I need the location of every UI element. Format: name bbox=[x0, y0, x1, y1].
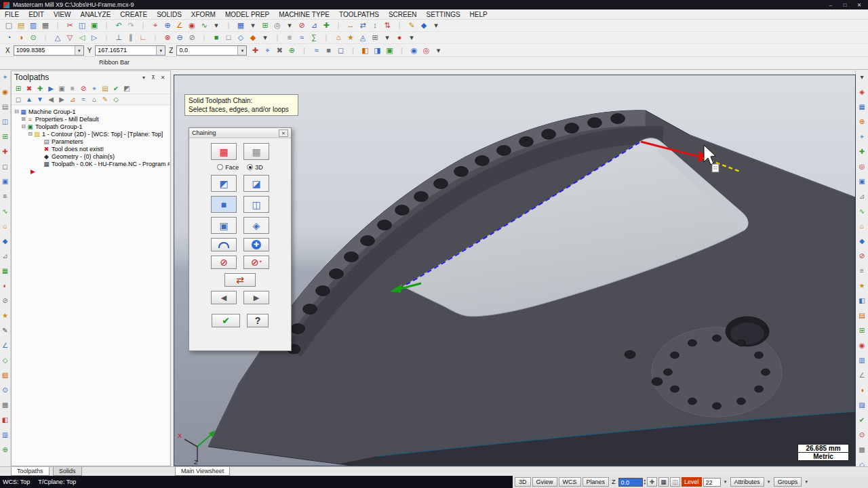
toolbar-icon[interactable]: ▢ bbox=[3, 20, 15, 31]
toolbar-icon[interactable]: | bbox=[149, 32, 161, 43]
toolbar-icon[interactable]: ⇅ bbox=[381, 20, 393, 31]
toolbar-icon[interactable]: ▷ bbox=[88, 32, 100, 43]
toolbar-icon[interactable]: ▾ bbox=[381, 32, 393, 43]
tool-icon[interactable]: ◻ bbox=[2, 159, 7, 174]
tree-item[interactable]: ▶ bbox=[12, 167, 170, 175]
face-radio[interactable]: Face bbox=[217, 164, 239, 171]
toolbar-icon[interactable]: | bbox=[100, 32, 113, 43]
toolbar-icon[interactable]: ◆ bbox=[418, 20, 430, 31]
toolbar-icon[interactable]: ▥ bbox=[27, 20, 39, 31]
toolbar-icon[interactable]: | bbox=[320, 32, 332, 43]
tool-icon[interactable]: ▣ bbox=[2, 174, 8, 189]
toolbar-icon[interactable]: ✖ bbox=[273, 45, 285, 56]
toolbar-icon[interactable]: ★ bbox=[344, 32, 357, 43]
menu-item[interactable]: EDIT bbox=[24, 9, 49, 20]
tool-icon[interactable]: ▧ bbox=[2, 368, 8, 383]
reverse-direction-button[interactable]: ⇄ bbox=[224, 273, 256, 287]
toolbar-icon[interactable]: △ bbox=[52, 32, 64, 43]
toolbar-icon[interactable]: ▽ bbox=[64, 32, 76, 43]
toolbar-icon[interactable]: ⌖ bbox=[149, 20, 161, 31]
toolbar-icon[interactable]: | bbox=[395, 45, 408, 56]
tool-icon[interactable]: ◎ bbox=[859, 159, 865, 174]
tool-icon[interactable]: ▩ bbox=[859, 443, 865, 458]
toolbar-icon[interactable]: ● bbox=[393, 32, 406, 43]
tree-item[interactable]: ◆ Geometry - (0) chain(s) bbox=[12, 152, 170, 160]
close-button[interactable]: ✕ bbox=[854, 2, 865, 8]
toolbar-icon[interactable]: ↔ bbox=[344, 20, 357, 31]
tool-icon[interactable]: ⊘ bbox=[2, 293, 7, 308]
panel-toolbar-icon[interactable]: ▶ bbox=[56, 94, 67, 105]
status-icon-button-2[interactable]: ▦ bbox=[658, 477, 669, 487]
tool-icon[interactable]: ⊕ bbox=[859, 115, 865, 129]
tool-icon[interactable]: ⌖ bbox=[3, 70, 7, 85]
tool-icon[interactable]: ⊞ bbox=[2, 129, 7, 144]
menu-item[interactable]: CREATE bbox=[115, 9, 152, 20]
groups-button[interactable]: Groups bbox=[774, 477, 802, 487]
tab-main-viewsheet[interactable]: Main Viewsheet bbox=[175, 467, 230, 476]
panel-toolbar-icon[interactable]: ◀ bbox=[45, 94, 56, 105]
chevron-down-icon[interactable]: ▾ bbox=[722, 479, 729, 485]
solid-select-button[interactable]: ◩ bbox=[211, 175, 237, 192]
solid-select-button[interactable]: ◫ bbox=[243, 196, 269, 213]
panel-toolbar-icon[interactable]: ≈ bbox=[78, 94, 89, 105]
tool-icon[interactable]: ▤ bbox=[859, 308, 865, 323]
tool-icon[interactable]: ⊿ bbox=[2, 249, 7, 264]
tangent-faces-button[interactable] bbox=[211, 238, 237, 251]
panel-toolbar-icon[interactable]: ⌖ bbox=[89, 83, 100, 94]
toolbar-icon[interactable]: | bbox=[100, 20, 113, 31]
tool-icon[interactable]: ▥ bbox=[2, 428, 8, 443]
ok-button[interactable]: ✔ bbox=[212, 314, 240, 327]
toolbar-icon[interactable]: ≈ bbox=[310, 45, 322, 56]
panel-toolbar-icon[interactable]: ≡ bbox=[67, 83, 78, 94]
panel-toolbar-icon[interactable]: ▲ bbox=[24, 94, 35, 105]
toolbar-icon[interactable]: ⌂ bbox=[332, 32, 344, 43]
tool-icon[interactable]: ✔ bbox=[859, 413, 865, 428]
toolbar-icon[interactable]: ◁ bbox=[76, 32, 88, 43]
chaining-dialog-titlebar[interactable]: Chaining ✕ bbox=[189, 128, 291, 138]
toolbar-icon[interactable]: ◫ bbox=[76, 20, 88, 31]
tool-icon[interactable]: ⌂ bbox=[860, 219, 864, 234]
tool-icon[interactable]: ∿ bbox=[2, 204, 7, 219]
tool-icon[interactable]: ▣ bbox=[859, 174, 865, 189]
toolbar-icon[interactable]: ✚ bbox=[249, 45, 261, 56]
previous-chain-button[interactable]: ◀ bbox=[211, 291, 237, 304]
chain-mode-solid-button[interactable]: ▦ bbox=[211, 143, 237, 160]
tree-expander-icon[interactable]: ⊟ bbox=[14, 108, 20, 115]
toolbar-icon[interactable]: ∑ bbox=[308, 32, 320, 43]
tool-icon[interactable]: ⊙ bbox=[859, 428, 865, 443]
toolbar-icon[interactable]: ◇ bbox=[235, 32, 247, 43]
toolbar-icon[interactable]: | bbox=[271, 32, 283, 43]
toolbar-icon[interactable]: ≈ bbox=[296, 32, 308, 43]
panel-toolbar-icon[interactable]: ▼ bbox=[35, 94, 45, 105]
spinner-down-icon[interactable]: ▾ bbox=[644, 482, 646, 485]
menu-item[interactable]: TOOLPATHS bbox=[334, 9, 384, 20]
toolbar-icon[interactable]: ∿ bbox=[198, 20, 210, 31]
attributes-button[interactable]: Attributes bbox=[730, 477, 764, 487]
toolbar-icon[interactable]: ⊘ bbox=[296, 20, 308, 31]
panel-close-button[interactable]: ✕ bbox=[158, 75, 167, 81]
chain-mode-cplane-button[interactable]: ▦ bbox=[243, 143, 269, 160]
tool-icon[interactable]: ◉ bbox=[2, 85, 8, 100]
tool-icon[interactable]: ✚ bbox=[859, 144, 865, 159]
help-button[interactable]: ? bbox=[247, 314, 269, 327]
toolbar-icon[interactable]: ◧ bbox=[359, 45, 371, 56]
level-value-combo[interactable]: 22 bbox=[703, 478, 721, 487]
tree-item[interactable]: ⊞ ≡ Properties - Mill Default bbox=[12, 115, 170, 123]
toolbar-icon[interactable]: ⊙ bbox=[27, 32, 39, 43]
toolbar-icon[interactable]: ∥ bbox=[125, 32, 137, 43]
menu-item[interactable]: XFORM bbox=[186, 9, 220, 20]
toolbar-icon[interactable]: ▾ bbox=[283, 20, 296, 31]
toolbar-icon[interactable]: ▾ bbox=[210, 20, 222, 31]
chevron-down-icon[interactable]: ▾ bbox=[156, 46, 165, 55]
tool-icon[interactable]: ▾ bbox=[860, 70, 863, 85]
chevron-down-icon[interactable]: ▾ bbox=[237, 46, 246, 55]
tool-icon[interactable]: ▨ bbox=[859, 398, 865, 413]
status-z-input[interactable]: 0.0 bbox=[618, 478, 643, 487]
toolbar-icon[interactable]: ◉ bbox=[186, 20, 198, 31]
panel-toolbar-icon[interactable]: ✔ bbox=[111, 83, 121, 94]
menu-item[interactable]: VIEW bbox=[49, 9, 76, 20]
toolbar-icon[interactable]: ◔ bbox=[3, 32, 15, 43]
toolbar-icon[interactable]: | bbox=[332, 20, 344, 31]
tool-icon[interactable]: ◐ bbox=[3, 279, 7, 293]
tree-expander-icon[interactable]: ⊞ bbox=[20, 116, 26, 122]
